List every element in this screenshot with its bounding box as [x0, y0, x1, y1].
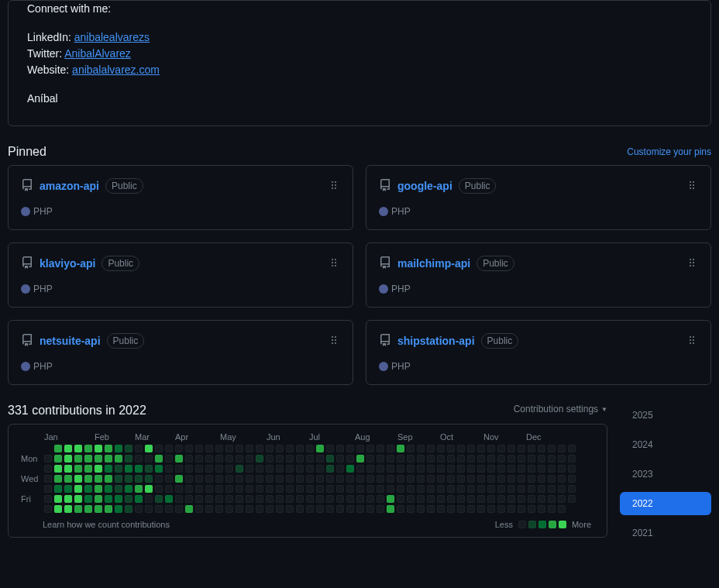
contribution-cell[interactable] [518, 445, 525, 452]
contribution-cell[interactable] [215, 475, 223, 483]
contribution-cell[interactable] [95, 465, 102, 473]
contribution-cell[interactable] [44, 455, 52, 462]
contribution-cell[interactable] [266, 475, 273, 483]
contribution-cell[interactable] [467, 495, 475, 503]
drag-handle-icon[interactable] [328, 334, 340, 349]
contribution-cell[interactable] [195, 455, 203, 462]
contribution-cell[interactable] [185, 495, 193, 503]
contribution-cell[interactable] [377, 445, 384, 452]
contribution-cell[interactable] [366, 505, 374, 513]
contribution-cell[interactable] [356, 455, 364, 462]
contribution-cell[interactable] [467, 465, 475, 473]
contribution-cell[interactable] [135, 465, 143, 473]
contribution-cell[interactable] [286, 485, 294, 493]
contribution-cell[interactable] [74, 495, 82, 503]
contribution-cell[interactable] [346, 485, 354, 493]
contribution-cell[interactable] [457, 475, 465, 483]
contribution-cell[interactable] [538, 465, 545, 473]
contribution-cell[interactable] [417, 495, 425, 503]
contribution-cell[interactable] [568, 495, 576, 503]
contribution-cell[interactable] [397, 455, 404, 462]
contribution-cell[interactable] [528, 505, 535, 513]
contribution-cell[interactable] [185, 485, 193, 493]
contribution-cell[interactable] [185, 455, 193, 462]
contribution-cell[interactable] [135, 475, 143, 483]
contribution-cell[interactable] [74, 465, 82, 473]
contribution-cell[interactable] [528, 465, 535, 473]
contribution-cell[interactable] [397, 465, 404, 473]
contribution-cell[interactable] [528, 475, 535, 483]
contribution-cell[interactable] [528, 455, 535, 462]
contribution-cell[interactable] [276, 455, 284, 462]
contribution-cell[interactable] [407, 455, 415, 462]
contribution-cell[interactable] [205, 445, 213, 452]
contribution-cell[interactable] [356, 465, 364, 473]
contribution-cell[interactable] [558, 485, 566, 493]
contribution-cell[interactable] [497, 505, 505, 513]
contribution-cell[interactable] [568, 485, 576, 493]
contribution-cell[interactable] [366, 485, 374, 493]
contribution-cell[interactable] [316, 445, 324, 452]
contribution-cell[interactable] [497, 485, 505, 493]
contribution-cell[interactable] [548, 485, 556, 493]
contribution-cell[interactable] [225, 465, 233, 473]
contribution-cell[interactable] [286, 465, 294, 473]
contribution-cell[interactable] [336, 455, 344, 462]
contribution-cell[interactable] [155, 475, 163, 483]
contribution-cell[interactable] [447, 485, 455, 493]
contribution-cell[interactable] [225, 455, 233, 462]
contribution-cell[interactable] [205, 495, 213, 503]
contribution-cell[interactable] [427, 505, 435, 513]
contribution-cell[interactable] [145, 485, 153, 493]
contribution-cell[interactable] [447, 465, 455, 473]
contribution-cell[interactable] [346, 465, 354, 473]
contribution-cell[interactable] [84, 475, 92, 483]
contribution-cell[interactable] [457, 465, 465, 473]
contribution-cell[interactable] [125, 465, 132, 473]
contribution-cell[interactable] [447, 475, 455, 483]
contribution-cell[interactable] [215, 495, 223, 503]
contribution-cell[interactable] [95, 505, 102, 513]
contribution-cell[interactable] [95, 475, 102, 483]
contribution-cell[interactable] [477, 475, 485, 483]
contribution-cell[interactable] [246, 445, 253, 452]
contribution-cell[interactable] [215, 455, 223, 462]
contribution-cell[interactable] [64, 475, 72, 483]
contribution-cell[interactable] [477, 495, 485, 503]
contribution-cell[interactable] [326, 455, 334, 462]
contribution-cell[interactable] [155, 445, 163, 452]
contribution-cell[interactable] [548, 495, 556, 503]
contribution-cell[interactable] [387, 495, 394, 503]
contribution-cell[interactable] [175, 485, 183, 493]
contribution-cell[interactable] [225, 485, 233, 493]
contribution-cell[interactable] [326, 475, 334, 483]
contribution-cell[interactable] [205, 455, 213, 462]
contribution-cell[interactable] [487, 495, 495, 503]
contribution-cell[interactable] [538, 495, 545, 503]
contribution-cell[interactable] [256, 475, 263, 483]
contribution-cell[interactable] [54, 465, 62, 473]
contribution-cell[interactable] [377, 505, 384, 513]
contribution-cell[interactable] [326, 485, 334, 493]
contribution-cell[interactable] [326, 465, 334, 473]
contribution-cell[interactable] [175, 495, 183, 503]
contribution-cell[interactable] [125, 485, 132, 493]
contribution-cell[interactable] [447, 455, 455, 462]
contribution-cell[interactable] [558, 455, 566, 462]
contribution-cell[interactable] [467, 445, 475, 452]
contribution-cell[interactable] [266, 465, 273, 473]
contribution-cell[interactable] [336, 445, 344, 452]
contribution-cell[interactable] [437, 505, 445, 513]
contribution-cell[interactable] [377, 465, 384, 473]
contribution-cell[interactable] [326, 445, 334, 452]
contribution-cell[interactable] [95, 455, 102, 462]
contribution-cell[interactable] [558, 445, 566, 452]
contribution-cell[interactable] [407, 445, 415, 452]
contribution-cell[interactable] [326, 495, 334, 503]
contribution-cell[interactable] [44, 465, 52, 473]
contribution-cell[interactable] [387, 445, 394, 452]
contribution-cell[interactable] [125, 445, 132, 452]
contribution-cell[interactable] [417, 465, 425, 473]
contribution-cell[interactable] [427, 455, 435, 462]
contribution-cell[interactable] [518, 505, 525, 513]
